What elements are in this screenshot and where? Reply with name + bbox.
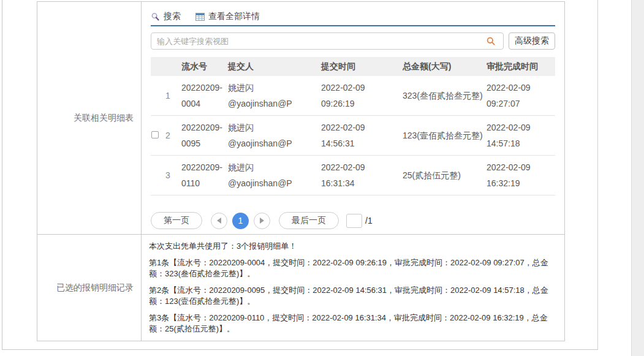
table-row[interactable]: 1 20220209-0004 姚进闪 @yaojinshan@P 2022-0… xyxy=(151,76,555,116)
submitter-account: @yaojinshan@P xyxy=(228,175,317,191)
summary-entry: 第3条【流水号：20220209-0110，提交时间：2022-02-09 16… xyxy=(149,312,557,335)
header-submit-time: 提交时间 xyxy=(321,61,403,72)
advanced-search-button[interactable]: 高级搜索 xyxy=(509,32,555,50)
submitter-name: 姚进闪 xyxy=(228,80,317,96)
cell-amount: 323(叁佰贰拾叁元整) xyxy=(403,88,487,104)
form-row-selected-records: 已选的报销明细记录 本次支出凭单共使用了：3个报销明细单！ 第1条【流水号：20… xyxy=(37,235,564,341)
current-page-badge: 1 xyxy=(232,213,249,229)
cell-approve-time: 2022-02-09 14:57:18 xyxy=(487,119,555,151)
screen: 关联相关明细表 搜索 查看全部详情 xyxy=(0,0,644,356)
submitter-name: 姚进闪 xyxy=(228,119,317,135)
cell-submit-time: 2022-02-09 09:26:19 xyxy=(321,80,403,112)
submitter-account: @yaojinshan@P xyxy=(228,96,317,112)
input-search-icon[interactable] xyxy=(486,36,496,46)
summary-entry: 第1条【流水号：20220209-0004，提交时间：2022-02-09 09… xyxy=(149,257,557,279)
header-amount: 总金额(大写) xyxy=(403,61,487,72)
related-details-label: 关联相关明细表 xyxy=(37,2,142,234)
submitter-account: @yaojinshan@P xyxy=(228,135,317,151)
chevron-right-icon xyxy=(260,218,264,224)
first-page-button[interactable]: 第一页 xyxy=(151,212,202,229)
related-details-content: 搜索 查看全部详情 xyxy=(142,2,564,234)
search-row: 高级搜索 xyxy=(151,32,555,50)
pagination: 第一页 1 最后一页 /1 xyxy=(151,212,555,229)
next-page-button[interactable] xyxy=(254,213,270,229)
search-input-wrap xyxy=(151,32,504,50)
form-row-related-details: 关联相关明细表 搜索 查看全部详情 xyxy=(37,2,564,235)
page-number-input[interactable] xyxy=(346,214,362,228)
outer-border-left xyxy=(2,0,2,350)
header-approve-time: 审批完成时间 xyxy=(487,61,555,72)
row-index: 1 xyxy=(165,88,181,104)
cell-serial: 20220209-0095 xyxy=(181,119,228,151)
cell-amount: 25(贰拾伍元整) xyxy=(403,167,487,183)
cell-approve-time: 2022-02-09 09:27:07 xyxy=(487,80,555,112)
header-submitter: 提交人 xyxy=(228,61,321,72)
cell-serial: 20220209-0110 xyxy=(181,159,228,191)
table-row[interactable]: 2 20220209-0095 姚进闪 @yaojinshan@P 2022-0… xyxy=(151,116,555,156)
keyword-search-input[interactable] xyxy=(151,32,504,50)
chevron-left-icon xyxy=(217,218,221,224)
cell-approve-time: 2022-02-09 16:32:19 xyxy=(487,159,555,191)
selected-records-summary: 本次支出凭单共使用了：3个报销明细单！ 第1条【流水号：20220209-000… xyxy=(142,235,564,341)
summary-intro: 本次支出凭单共使用了：3个报销明细单！ xyxy=(149,241,557,252)
detail-table: 流水号 提交人 提交时间 总金额(大写) 审批完成时间 1 20220209-0… xyxy=(151,57,555,195)
prev-page-button[interactable] xyxy=(211,213,227,229)
selected-records-label: 已选的报销明细记录 xyxy=(37,235,142,341)
view-all-details-button[interactable]: 查看全部详情 xyxy=(195,11,260,22)
search-icon xyxy=(151,12,160,21)
total-pages-label: /1 xyxy=(365,216,373,225)
form-table: 关联相关明细表 搜索 查看全部详情 xyxy=(37,1,565,341)
table-icon xyxy=(195,13,205,21)
cell-submitter: 姚进闪 @yaojinshan@P xyxy=(228,80,321,112)
search-tool-button[interactable]: 搜索 xyxy=(151,11,181,22)
row-checkbox-cell xyxy=(151,127,165,143)
outer-border-bottom xyxy=(2,349,598,350)
summary-entry: 第2条【流水号：20220209-0095，提交时间：2022-02-09 14… xyxy=(149,285,557,307)
cell-submit-time: 2022-02-09 16:31:34 xyxy=(321,159,403,191)
cell-submit-time: 2022-02-09 14:56:31 xyxy=(321,119,403,151)
row-index: 2 xyxy=(165,127,181,143)
cell-serial: 20220209-0004 xyxy=(181,80,228,112)
outer-border-right xyxy=(597,0,598,350)
cell-submitter: 姚进闪 @yaojinshan@P xyxy=(228,119,321,151)
last-page-button[interactable]: 最后一页 xyxy=(279,212,339,229)
view-all-details-label: 查看全部详情 xyxy=(208,11,260,22)
submitter-name: 姚进闪 xyxy=(228,159,317,175)
widget-toolbar: 搜索 查看全部详情 xyxy=(151,8,555,26)
search-tool-label: 搜索 xyxy=(164,11,181,22)
page-background-strip xyxy=(631,0,644,356)
row-index: 3 xyxy=(165,167,181,183)
row-checkbox[interactable] xyxy=(151,131,159,138)
header-serial: 流水号 xyxy=(181,61,228,72)
cell-submitter: 姚进闪 @yaojinshan@P xyxy=(228,159,321,191)
cell-amount: 123(壹佰贰拾叁元整) xyxy=(403,127,487,143)
table-header-row: 流水号 提交人 提交时间 总金额(大写) 审批完成时间 xyxy=(151,57,555,76)
table-row[interactable]: 3 20220209-0110 姚进闪 @yaojinshan@P 2022-0… xyxy=(151,156,555,195)
